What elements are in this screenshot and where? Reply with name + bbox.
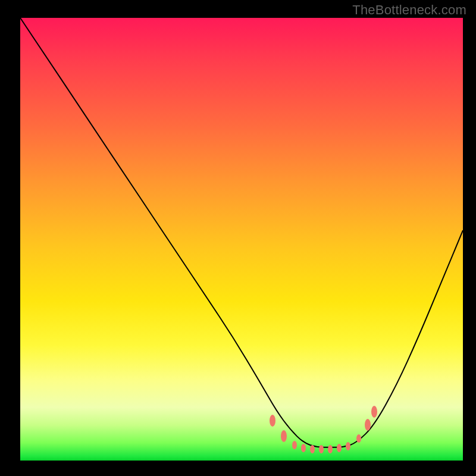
- curve-marker: [310, 445, 315, 453]
- curve-marker: [328, 445, 333, 453]
- curve-marker: [270, 415, 275, 427]
- bottleneck-curve: [20, 18, 463, 461]
- plot-area: [20, 18, 463, 461]
- curve-marker: [301, 444, 306, 452]
- curve-marker: [365, 419, 371, 431]
- curve-marker: [292, 441, 297, 449]
- curve-marker: [319, 445, 324, 453]
- curve-marker: [371, 406, 377, 418]
- curve-marker: [356, 434, 361, 443]
- curve-marker: [346, 442, 350, 450]
- curve-marker: [281, 430, 287, 442]
- watermark-text: TheBottleneck.com: [352, 2, 466, 18]
- chart-container: TheBottleneck.com: [0, 0, 476, 476]
- curve-marker: [337, 444, 342, 452]
